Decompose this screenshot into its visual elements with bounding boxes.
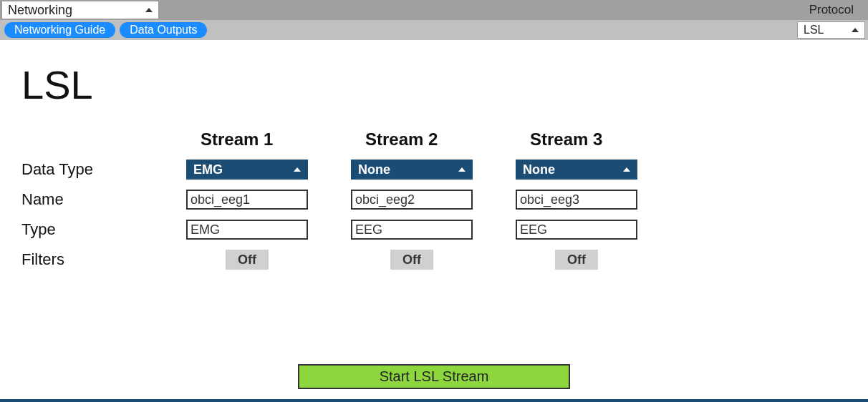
top-bar-pills-row: Networking Guide Data Outputs LSL bbox=[0, 20, 868, 40]
name-input-1[interactable] bbox=[186, 190, 308, 210]
protocol-dropdown-label: LSL bbox=[804, 24, 824, 36]
type-input-3[interactable] bbox=[516, 220, 637, 240]
type-input-2[interactable] bbox=[351, 220, 473, 240]
pill-label: Data Outputs bbox=[130, 24, 197, 36]
caret-up-icon bbox=[145, 8, 153, 12]
pill-group: Networking Guide Data Outputs bbox=[4, 22, 207, 38]
data-type-select-2[interactable]: None bbox=[351, 160, 473, 180]
name-input-3[interactable] bbox=[516, 190, 637, 210]
protocol-label: Protocol bbox=[809, 3, 854, 17]
data-outputs-pill[interactable]: Data Outputs bbox=[120, 22, 207, 38]
data-type-select-1[interactable]: EMG bbox=[186, 160, 308, 180]
row-label-type: Type bbox=[21, 220, 186, 239]
bottom-border bbox=[0, 399, 868, 402]
row-label-filters: Filters bbox=[21, 250, 186, 269]
start-button-container: Start LSL Stream bbox=[0, 364, 868, 389]
stream-header-3: Stream 3 bbox=[516, 129, 680, 149]
streams-grid: Stream 1 Stream 2 Stream 3 Data Type EMG… bbox=[21, 129, 847, 270]
filters-toggle-1[interactable]: Off bbox=[226, 250, 269, 270]
page-title: LSL bbox=[21, 62, 847, 108]
caret-up-icon bbox=[623, 167, 630, 172]
pill-label: Networking Guide bbox=[14, 24, 105, 36]
row-label-name: Name bbox=[21, 190, 186, 209]
top-bar-title-row: Networking Protocol bbox=[0, 0, 868, 20]
data-type-value: EMG bbox=[193, 162, 223, 177]
start-lsl-stream-button[interactable]: Start LSL Stream bbox=[298, 364, 570, 389]
caret-up-icon bbox=[294, 167, 301, 172]
data-type-value: None bbox=[523, 162, 555, 177]
caret-up-icon bbox=[852, 28, 859, 32]
data-type-value: None bbox=[358, 162, 390, 177]
protocol-dropdown[interactable]: LSL bbox=[797, 21, 865, 39]
stream-header-1: Stream 1 bbox=[186, 129, 351, 149]
filters-toggle-2[interactable]: Off bbox=[390, 250, 433, 270]
filters-toggle-3[interactable]: Off bbox=[555, 250, 598, 270]
stream-header-2: Stream 2 bbox=[351, 129, 516, 149]
networking-guide-pill[interactable]: Networking Guide bbox=[4, 22, 115, 38]
content-area: LSL Stream 1 Stream 2 Stream 3 Data Type… bbox=[0, 40, 868, 270]
networking-dropdown-label: Networking bbox=[8, 3, 72, 18]
row-label-data-type: Data Type bbox=[21, 160, 186, 179]
name-input-2[interactable] bbox=[351, 190, 473, 210]
type-input-1[interactable] bbox=[186, 220, 308, 240]
caret-up-icon bbox=[458, 167, 466, 172]
data-type-select-3[interactable]: None bbox=[516, 160, 637, 180]
networking-dropdown[interactable]: Networking bbox=[1, 1, 159, 19]
